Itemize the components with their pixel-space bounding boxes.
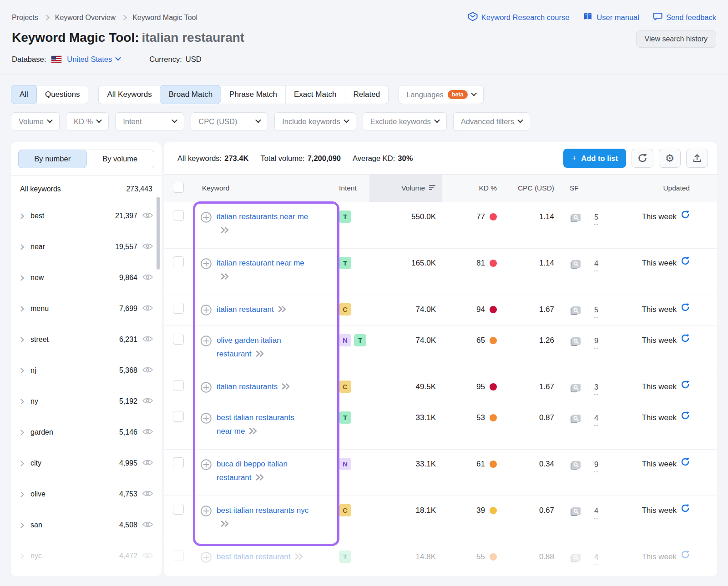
serp-preview-icon[interactable] [570,212,582,223]
tab-all[interactable]: All [11,85,36,104]
refresh-metrics-icon[interactable] [681,303,690,316]
serp-preview-icon[interactable] [570,305,582,316]
expand-keyword-icon[interactable] [220,224,229,238]
add-keyword-icon[interactable] [200,304,212,321]
sf-count-link[interactable]: 9 [594,334,598,349]
expand-keyword-icon[interactable] [255,348,264,361]
sidebar-group-city[interactable]: city 4,995 [11,448,162,479]
add-keyword-icon[interactable] [200,505,212,521]
database-selector[interactable]: United States [67,55,120,64]
select-all-checkbox[interactable] [173,182,184,193]
all-keywords-row[interactable]: All keywords 273,443 [11,176,162,200]
filter-exclude-keywords[interactable]: Exclude keywords [363,112,447,131]
add-keyword-icon[interactable] [200,211,212,228]
sidebar-group-menu[interactable]: menu 7,699 [11,293,162,324]
sidebar-group-street[interactable]: street 6,231 [11,324,162,355]
eye-icon[interactable] [142,366,153,376]
eye-icon[interactable] [142,242,153,252]
eye-icon[interactable] [142,335,153,345]
sidebar-group-near[interactable]: near 19,557 [11,231,162,262]
eye-icon[interactable] [142,551,153,561]
sidebar-group-garden[interactable]: garden 5,146 [11,417,162,448]
sf-count-link[interactable]: 4 [594,256,598,271]
column-sf[interactable]: SF [561,184,612,192]
eye-icon[interactable] [142,304,153,314]
serp-preview-icon[interactable] [570,382,582,393]
tab-questions[interactable]: Questions [36,85,88,104]
view-search-history-button[interactable]: View search history [636,30,716,48]
row-checkbox[interactable] [173,256,184,267]
refresh-metrics-icon[interactable] [681,457,690,471]
refresh-table-button[interactable] [632,149,653,168]
add-keyword-icon[interactable] [200,551,212,568]
sort-by-volume-tab[interactable]: By volume [86,150,154,168]
add-keyword-icon[interactable] [200,258,212,274]
serp-preview-icon[interactable] [570,259,582,270]
tab-related[interactable]: Related [345,85,389,104]
add-keyword-icon[interactable] [200,412,212,429]
keyword-link[interactable]: best italian restaurants nyc [217,506,308,515]
keyword-link[interactable]: italian restaurants near me [217,212,308,221]
sidebar-group-best[interactable]: best 21,397 [11,200,162,231]
column-kd[interactable]: KD % [442,184,501,192]
column-updated[interactable]: Updated [612,184,717,192]
refresh-metrics-icon[interactable] [681,411,690,425]
eye-icon[interactable] [142,273,153,283]
sidebar-scrollbar[interactable] [157,197,160,270]
keyword-link[interactable]: buca di beppo italian restaurant [217,460,288,482]
serp-preview-icon[interactable] [570,506,582,517]
keyword-link[interactable]: italian restaurant [217,305,274,314]
sidebar-group-nyc[interactable]: nyc 4,472 [11,541,162,571]
add-keyword-icon[interactable] [200,335,212,351]
breadcrumb-projects[interactable]: Projects [12,14,38,22]
tab-phrase-match[interactable]: Phrase Match [221,85,285,104]
serp-preview-icon[interactable] [570,336,582,347]
eye-icon[interactable] [142,397,153,406]
add-keyword-icon[interactable] [200,381,212,398]
row-checkbox[interactable] [173,411,184,422]
filter-advanced-filters[interactable]: Advanced filters [453,112,530,131]
expand-keyword-icon[interactable] [248,425,258,439]
refresh-metrics-icon[interactable] [681,256,690,270]
user-manual-link[interactable]: User manual [583,12,639,23]
eye-icon[interactable] [142,428,153,437]
refresh-metrics-icon[interactable] [681,504,690,517]
row-checkbox[interactable] [173,380,184,391]
expand-keyword-icon[interactable] [281,381,290,394]
table-settings-button[interactable]: ⚙ [659,149,681,168]
sidebar-group-san[interactable]: san 4,508 [11,510,162,541]
keyword-link[interactable]: best italian restaurant [217,552,291,561]
sf-count-link[interactable]: 5 [594,210,598,225]
sort-by-number-tab[interactable]: By number [19,150,86,168]
sidebar-group-new[interactable]: new 9,864 [11,262,162,293]
refresh-metrics-icon[interactable] [681,334,690,347]
sidebar-group-olive[interactable]: olive 4,753 [11,479,162,510]
sf-count-link[interactable]: 4 [594,504,598,519]
keyword-link[interactable]: italian restaurants [217,382,278,391]
sf-count-link[interactable]: 4 [594,411,598,426]
expand-keyword-icon[interactable] [278,303,287,317]
expand-keyword-icon[interactable] [255,471,264,485]
breadcrumb-keyword-overview[interactable]: Keyword Overview [55,14,116,22]
column-keyword[interactable]: Keyword [193,184,334,192]
expand-keyword-icon[interactable] [220,518,229,531]
column-volume[interactable]: Volume [369,175,442,202]
expand-keyword-icon[interactable] [220,270,229,284]
filter-intent[interactable]: Intent [115,112,184,131]
add-keyword-icon[interactable] [200,459,212,475]
serp-preview-icon[interactable] [570,413,582,424]
tab-broad-match[interactable]: Broad Match [160,85,221,104]
sidebar-group-nj[interactable]: nj 5,368 [11,355,162,386]
filter-include-keywords[interactable]: Include keywords [274,112,356,131]
serp-preview-icon[interactable] [570,460,582,471]
filter-cpc-usd-[interactable]: CPC (USD) [191,112,268,131]
eye-icon[interactable] [142,490,153,499]
filter-volume[interactable]: Volume [11,112,60,131]
send-feedback-link[interactable]: Send feedback [653,12,716,23]
keyword-link[interactable]: olive garden italian restaurant [217,336,281,358]
row-checkbox[interactable] [173,334,184,345]
export-button[interactable] [686,149,708,168]
row-checkbox[interactable] [173,550,184,561]
row-checkbox[interactable] [173,457,184,468]
refresh-metrics-icon[interactable] [681,380,690,394]
